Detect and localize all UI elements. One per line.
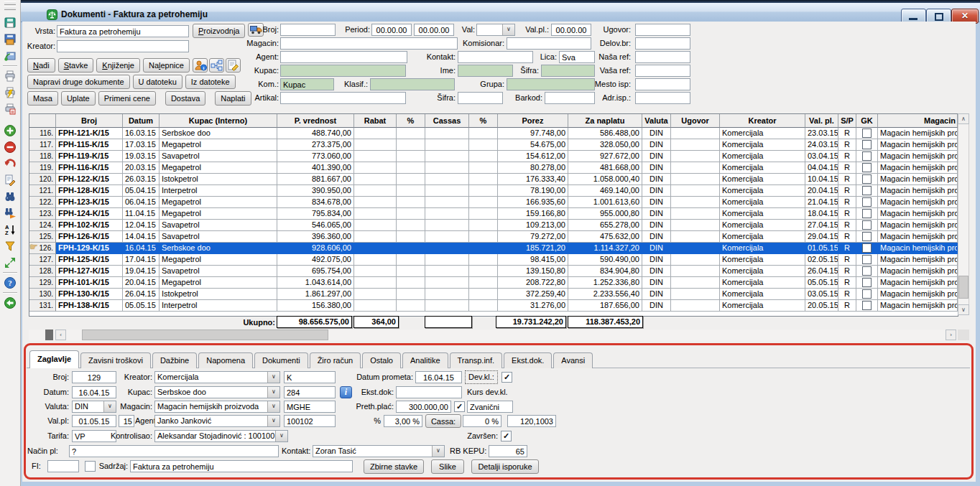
gk-checkbox[interactable] xyxy=(862,197,872,207)
cell-val_pl[interactable]: 10.04.15 xyxy=(805,174,838,185)
cell-pct1[interactable] xyxy=(397,277,425,289)
table-row[interactable]: 127.FPH-125-K/1517.04.15Megapetrol492.07… xyxy=(29,254,958,266)
tab-da-bine[interactable]: Dažbine xyxy=(152,352,197,368)
cell-porez[interactable]: 166.935,60 xyxy=(498,197,568,208)
cell-gk[interactable] xyxy=(856,277,878,289)
cell-pct1[interactable] xyxy=(397,162,425,174)
column-header-kreator[interactable]: Kreator xyxy=(720,114,805,128)
cell-za_naplatu[interactable]: 481.668,00 xyxy=(568,162,642,174)
gk-checkbox[interactable] xyxy=(862,278,872,287)
gk-checkbox[interactable] xyxy=(862,140,872,149)
cell-porez[interactable]: 372.259,40 xyxy=(498,289,568,300)
cell-cassas[interactable] xyxy=(425,162,469,174)
vasaref-input[interactable] xyxy=(635,65,690,77)
cell-porez[interactable]: 109.213,00 xyxy=(498,220,568,231)
column-header-magacin[interactable]: Magacin xyxy=(878,114,958,128)
cell-za_naplatu[interactable]: 469.140,00 xyxy=(568,185,642,197)
cell-za_naplatu[interactable]: 1.252.336,80 xyxy=(568,277,642,289)
cell-p_vrednost[interactable]: 390.950,00 xyxy=(277,185,354,197)
cell-num[interactable]: 121. xyxy=(29,185,56,197)
cell-kreator[interactable]: Komercijala xyxy=(720,208,805,220)
cell-kupac[interactable]: Istokpetrol xyxy=(160,289,277,300)
cell-datum[interactable]: 20.03.15 xyxy=(123,162,160,174)
kupac-filter-input[interactable] xyxy=(280,65,406,77)
cell-p_vrednost[interactable]: 1.861.297,00 xyxy=(277,289,354,300)
slike-button[interactable]: Slike xyxy=(431,459,464,474)
cell-num[interactable]: 119. xyxy=(29,162,56,174)
cell-gk[interactable] xyxy=(856,289,878,300)
delete-icon[interactable] xyxy=(1,139,19,155)
cell-datum[interactable]: 05.04.15 xyxy=(123,185,160,197)
cell-num[interactable]: 116. xyxy=(29,128,56,139)
cell-broj[interactable]: FPH-138-K/15 xyxy=(56,300,123,312)
cell-gk[interactable] xyxy=(856,231,878,243)
broj-filter-input[interactable] xyxy=(280,24,336,36)
cell-porez[interactable]: 139.150,80 xyxy=(498,266,568,277)
scroll-left-button[interactable]: ‹ xyxy=(55,330,66,340)
artikal-input[interactable] xyxy=(280,92,406,104)
column-header-p_vrednost[interactable]: P. vrednost xyxy=(277,114,354,128)
undo-icon[interactable] xyxy=(1,156,19,172)
info-icon[interactable]: i xyxy=(340,386,352,398)
table-row[interactable]: 122.FPH-123-K/1506.04.15Megapetrol834.67… xyxy=(29,197,958,208)
cell-rabat[interactable] xyxy=(354,220,397,231)
gk-checkbox[interactable] xyxy=(862,209,872,218)
button-naplati[interactable]: Naplati xyxy=(215,91,251,106)
cell-sp[interactable]: R xyxy=(838,289,856,300)
cell-p_vrednost[interactable]: 1.043.614,00 xyxy=(277,277,354,289)
cell-valuta[interactable]: DIN xyxy=(642,243,671,254)
cell-num[interactable]: 124. xyxy=(29,220,56,231)
kontakt-filter-input[interactable] xyxy=(458,51,533,63)
document-edit-button[interactable] xyxy=(226,58,241,73)
cell-gk[interactable] xyxy=(856,208,878,220)
cell-porez[interactable]: 80.278,00 xyxy=(498,162,568,174)
cell-cassas[interactable] xyxy=(425,254,469,266)
cell-gk[interactable] xyxy=(856,266,878,277)
button-na-i[interactable]: Nađi xyxy=(27,58,55,73)
kreator-combo[interactable]: Komercijala∨ xyxy=(154,371,280,383)
agent-filter-input[interactable] xyxy=(280,51,407,63)
cell-datum[interactable]: 05.05.15 xyxy=(123,300,160,312)
cell-pct2[interactable] xyxy=(469,151,498,162)
cell-magacin[interactable]: Magacin hemijskih proiz xyxy=(878,162,958,174)
valpl-days-input[interactable] xyxy=(119,415,134,427)
filter-icon[interactable] xyxy=(1,238,19,254)
cell-magacin[interactable]: Magacin hemijskih proiz xyxy=(878,231,958,243)
cell-num[interactable]: 129. xyxy=(29,277,56,289)
cell-porez[interactable]: 97.748,00 xyxy=(498,128,568,139)
fit-icon[interactable] xyxy=(1,255,19,271)
magacin-code-input[interactable] xyxy=(284,401,336,413)
cell-gk[interactable] xyxy=(856,254,878,266)
cell-za_naplatu[interactable]: 590.490,00 xyxy=(568,254,642,266)
cell-gk[interactable] xyxy=(856,185,878,197)
save-export-icon[interactable] xyxy=(1,48,19,64)
cell-valuta[interactable]: DIN xyxy=(642,208,671,220)
cell-pct2[interactable] xyxy=(469,231,498,243)
cell-broj[interactable]: FPH-124-K/15 xyxy=(56,208,123,220)
column-header-za_naplatu[interactable]: Za naplatu xyxy=(568,114,642,128)
cell-cassas[interactable] xyxy=(425,151,469,162)
tab-zavisni-tro-kovi[interactable]: Zavisni troškovi xyxy=(80,352,151,368)
cell-cassas[interactable] xyxy=(425,220,469,231)
cell-pct2[interactable] xyxy=(469,174,498,185)
button-dostava[interactable]: Dostava xyxy=(165,91,205,106)
cell-valuta[interactable]: DIN xyxy=(642,254,671,266)
table-row[interactable]: ☛126.FPH-129-K/1516.04.15Serbskoe doo928… xyxy=(29,243,958,254)
cell-kreator[interactable]: Komercijala xyxy=(720,185,805,197)
kontakt-combo[interactable]: Zoran Tasić∨ xyxy=(313,445,445,457)
cell-magacin[interactable]: Magacin hemijskih proiz xyxy=(878,266,958,277)
cell-ugovor[interactable] xyxy=(671,128,720,139)
cell-datum[interactable]: 26.03.15 xyxy=(123,174,160,185)
cell-gk[interactable] xyxy=(856,162,878,174)
kom-input[interactable] xyxy=(280,78,334,90)
cell-broj[interactable]: FPH-116-K/15 xyxy=(56,162,123,174)
cell-magacin[interactable]: Magacin hemijskih proiz xyxy=(878,220,958,231)
cell-num[interactable]: 117. xyxy=(29,139,56,151)
cell-magacin[interactable]: Magacin hemijskih proiz xyxy=(878,243,958,254)
cell-broj[interactable]: FPH-119-K/15 xyxy=(56,151,123,162)
cell-valuta[interactable]: DIN xyxy=(642,197,671,208)
cell-cassas[interactable] xyxy=(425,174,469,185)
adrisp-input[interactable] xyxy=(635,92,690,104)
cell-cassas[interactable] xyxy=(425,128,469,139)
cell-ugovor[interactable] xyxy=(671,151,720,162)
